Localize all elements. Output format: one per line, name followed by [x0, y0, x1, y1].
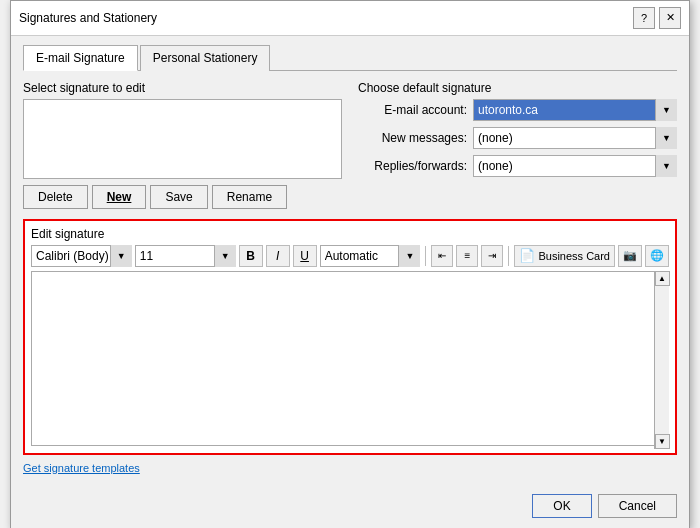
new-button[interactable]: New	[92, 185, 147, 209]
insert-picture-button[interactable]: 📷	[618, 245, 642, 267]
business-card-label: Business Card	[538, 250, 610, 262]
size-select[interactable]: 11	[135, 245, 236, 267]
font-select[interactable]: Calibri (Body)	[31, 245, 132, 267]
insert-hyperlink-icon: 🌐	[650, 249, 664, 262]
business-card-icon: 📄	[519, 248, 535, 263]
cancel-button[interactable]: Cancel	[598, 494, 677, 518]
ok-button[interactable]: OK	[532, 494, 591, 518]
insert-hyperlink-button[interactable]: 🌐	[645, 245, 669, 267]
align-left-button[interactable]: ⇤	[431, 245, 453, 267]
signature-editor[interactable]	[31, 271, 669, 446]
main-section: Select signature to edit Delete New Save…	[23, 81, 677, 209]
select-sig-label: Select signature to edit	[23, 81, 342, 95]
tab-personal-stationery[interactable]: Personal Stationery	[140, 45, 271, 71]
left-section: Select signature to edit Delete New Save…	[23, 81, 342, 209]
edit-signature-section: Edit signature Calibri (Body) ▼ 11 ▼ B I	[23, 219, 677, 455]
dialog-content: E-mail Signature Personal Stationery Sel…	[11, 36, 689, 488]
new-messages-row: New messages: (none) ▼	[358, 127, 677, 149]
dialog-title: Signatures and Stationery	[19, 11, 157, 25]
size-select-wrapper: 11 ▼	[135, 245, 236, 267]
toolbar-separator-1	[425, 246, 426, 266]
business-card-button[interactable]: 📄 Business Card	[514, 245, 615, 267]
title-bar: Signatures and Stationery ? ✕	[11, 1, 689, 36]
underline-button[interactable]: U	[293, 245, 317, 267]
save-button[interactable]: Save	[150, 185, 207, 209]
toolbar-separator-2	[508, 246, 509, 266]
replies-select[interactable]: (none)	[473, 155, 677, 177]
replies-row: Replies/forwards: (none) ▼	[358, 155, 677, 177]
align-center-icon: ≡	[465, 250, 471, 261]
rename-button[interactable]: Rename	[212, 185, 287, 209]
edit-area-wrapper: ▲ ▼	[31, 271, 669, 449]
signature-list[interactable]	[23, 99, 342, 179]
sig-buttons: Delete New Save Rename	[23, 185, 342, 209]
new-messages-select[interactable]: (none)	[473, 127, 677, 149]
align-left-icon: ⇤	[438, 250, 446, 261]
choose-default-label: Choose default signature	[358, 81, 677, 95]
dialog-window: Signatures and Stationery ? ✕ E-mail Sig…	[10, 0, 690, 528]
align-right-button[interactable]: ⇥	[481, 245, 503, 267]
replies-label: Replies/forwards:	[358, 159, 473, 173]
email-account-row: E-mail account: utoronto.ca ▼	[358, 99, 677, 121]
get-templates-link[interactable]: Get signature templates	[23, 461, 677, 480]
tab-bar: E-mail Signature Personal Stationery	[23, 44, 677, 71]
align-center-button[interactable]: ≡	[456, 245, 478, 267]
scroll-up-button[interactable]: ▲	[655, 271, 670, 286]
color-select-wrapper: Automatic ▼	[320, 245, 421, 267]
new-messages-select-wrapper: (none) ▼	[473, 127, 677, 149]
email-account-label: E-mail account:	[358, 103, 473, 117]
bold-button[interactable]: B	[239, 245, 263, 267]
new-messages-label: New messages:	[358, 131, 473, 145]
italic-button[interactable]: I	[266, 245, 290, 267]
tab-email-signature[interactable]: E-mail Signature	[23, 45, 138, 71]
scroll-down-button[interactable]: ▼	[655, 434, 670, 449]
right-section: Choose default signature E-mail account:…	[358, 81, 677, 209]
help-button[interactable]: ?	[633, 7, 655, 29]
align-right-icon: ⇥	[488, 250, 496, 261]
email-account-select-wrapper: utoronto.ca ▼	[473, 99, 677, 121]
formatting-toolbar: Calibri (Body) ▼ 11 ▼ B I U Automatic	[31, 245, 669, 267]
email-account-select[interactable]: utoronto.ca	[473, 99, 677, 121]
close-button[interactable]: ✕	[659, 7, 681, 29]
scrollbar-track: ▲ ▼	[654, 271, 669, 449]
font-select-wrapper: Calibri (Body) ▼	[31, 245, 132, 267]
dialog-footer: OK Cancel	[11, 488, 689, 528]
color-select[interactable]: Automatic	[320, 245, 421, 267]
delete-button[interactable]: Delete	[23, 185, 88, 209]
title-bar-buttons: ? ✕	[633, 7, 681, 29]
replies-select-wrapper: (none) ▼	[473, 155, 677, 177]
insert-picture-icon: 📷	[623, 249, 637, 262]
edit-sig-label: Edit signature	[31, 227, 669, 241]
